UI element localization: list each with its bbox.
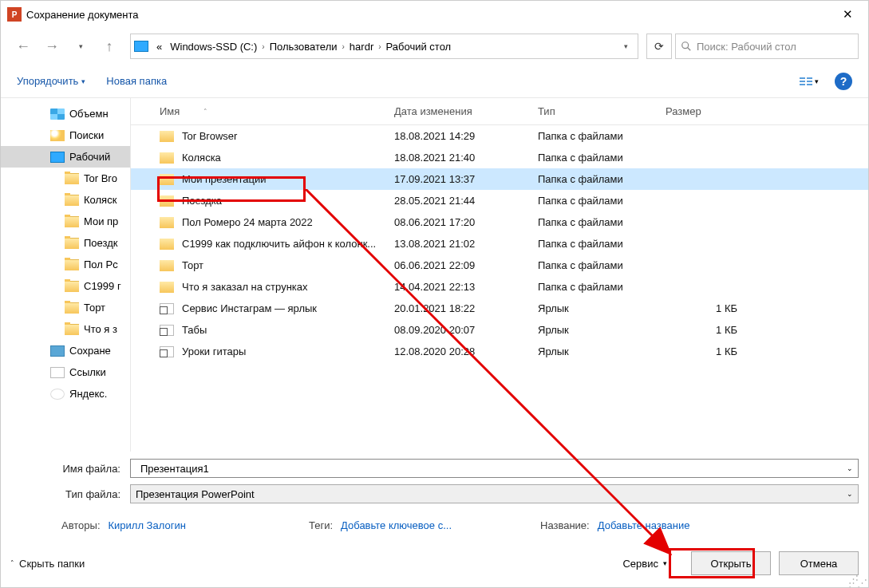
folder-icon	[65, 324, 79, 335]
authors-value[interactable]: Кирилл Залогин	[109, 519, 186, 531]
file-type: Папка с файлами	[538, 173, 666, 185]
tree-item-label: Торт	[84, 302, 105, 314]
file-row[interactable]: Торт06.06.2021 22:09Папка с файлами	[131, 255, 868, 276]
breadcrumb-seg[interactable]: hardr	[346, 41, 377, 53]
folder-icon	[65, 173, 79, 184]
file-name: Поездка	[182, 195, 222, 207]
tree-item[interactable]: С1999 г	[1, 275, 130, 297]
refresh-button[interactable]: ⟳	[646, 34, 672, 59]
back-button[interactable]: ←	[10, 34, 36, 59]
svg-line-1	[688, 48, 691, 51]
file-date: 08.06.2021 17:20	[394, 216, 538, 228]
file-name: Пол Ромеро 24 марта 2022	[182, 216, 313, 228]
file-date: 17.09.2021 13:37	[394, 173, 538, 185]
tree-item[interactable]: Объемн	[1, 103, 130, 124]
tree-item[interactable]: Ссылки	[1, 361, 130, 383]
tree-item-label: Яндекс.	[69, 388, 107, 400]
organize-menu[interactable]: Упорядочить ▾	[17, 75, 85, 87]
up-button[interactable]: ↑	[97, 34, 122, 59]
file-size: 1 КБ	[666, 324, 753, 336]
file-name: Торт	[182, 259, 203, 271]
header-type[interactable]: Тип	[538, 105, 666, 117]
file-row[interactable]: Что я заказал на струнках14.04.2021 22:1…	[131, 276, 868, 298]
search-icon	[50, 130, 65, 141]
breadcrumb-drive[interactable]: Windows-SSD (C:)	[167, 41, 260, 53]
tree-item-label: Поиски	[69, 129, 104, 141]
folder-icon	[65, 302, 79, 314]
tree-item[interactable]: Яндекс.	[1, 383, 130, 404]
header-date[interactable]: Дата изменения	[394, 105, 538, 117]
filetype-combo[interactable]: Презентация PowerPoint ⌄	[130, 484, 859, 503]
tree-item[interactable]: Сохране	[1, 340, 130, 361]
title-value[interactable]: Добавьте название	[598, 519, 690, 531]
yandex-icon	[50, 389, 65, 400]
tree-item[interactable]: Поиски	[1, 124, 130, 146]
hide-folders-button[interactable]: ˄ Скрыть папки	[10, 558, 85, 570]
filename-input[interactable]	[136, 460, 847, 476]
hide-folders-label: Скрыть папки	[19, 558, 85, 570]
filename-label: Имя файла:	[10, 463, 122, 475]
tree-item-label: Коляск	[84, 194, 117, 206]
tree-item[interactable]: Пол Рс	[1, 254, 130, 275]
breadcrumb-seg[interactable]: Пользователи	[267, 41, 341, 53]
folder-icon	[65, 281, 79, 292]
tree-item[interactable]: Коляск	[1, 189, 130, 211]
breadcrumb-seg[interactable]: Рабочий стол	[383, 41, 455, 53]
folder-tree: ОбъемнПоискиРабочийTor BroКоляскМои прПо…	[1, 98, 130, 452]
file-row[interactable]: Tor Browser18.08.2021 14:29Папка с файла…	[131, 125, 868, 147]
forward-button[interactable]: →	[39, 34, 65, 59]
open-button[interactable]: Открыть	[691, 551, 771, 575]
close-button[interactable]: ✕	[830, 2, 865, 27]
file-type: Папка с файлами	[538, 130, 666, 142]
tree-item[interactable]: Мои пр	[1, 211, 130, 232]
header-size[interactable]: Размер	[666, 105, 753, 117]
file-name: Tor Browser	[182, 130, 237, 142]
svg-point-0	[682, 42, 689, 49]
cancel-button[interactable]: Отмена	[779, 551, 859, 575]
file-type: Папка с файлами	[538, 281, 666, 293]
view-options-button[interactable]: ▾	[798, 76, 820, 87]
tree-item[interactable]: Что я з	[1, 318, 130, 340]
file-name: Сервис Инстаграм — ярлык	[182, 302, 317, 314]
drive-icon	[134, 41, 148, 52]
filename-dropdown[interactable]: ⌄	[847, 464, 853, 472]
tree-item[interactable]: Рабочий	[1, 146, 130, 168]
file-row[interactable]: Коляска18.08.2021 21:40Папка с файлами	[131, 147, 868, 168]
breadcrumb[interactable]: « Windows-SSD (C:) › Пользователи › hard…	[130, 34, 638, 59]
tree-item[interactable]: Tor Bro	[1, 168, 130, 189]
help-button[interactable]: ?	[835, 73, 852, 90]
file-row[interactable]: Поездка28.05.2021 21:44Папка с файлами	[131, 190, 868, 211]
header-name[interactable]: Имя ˄	[139, 105, 394, 117]
search-input[interactable]: Поиск: Рабочий стол	[675, 34, 859, 59]
file-name: Уроки гитары	[182, 345, 246, 357]
recent-dropdown[interactable]: ▾	[68, 34, 93, 59]
tree-item[interactable]: Поездк	[1, 232, 130, 254]
folder-icon	[160, 260, 174, 271]
file-row[interactable]: Уроки гитары12.08.2020 20:28Ярлык1 КБ	[131, 341, 868, 362]
tags-value[interactable]: Добавьте ключевое с...	[341, 519, 452, 531]
file-date: 18.08.2021 14:29	[394, 130, 538, 142]
file-name: Что я заказал на струнках	[182, 281, 308, 293]
file-row[interactable]: Сервис Инстаграм — ярлык20.01.2021 18:22…	[131, 298, 868, 319]
new-folder-button[interactable]: Новая папка	[106, 75, 167, 87]
authors-label: Авторы:	[61, 519, 101, 531]
file-list: Tor Browser18.08.2021 14:29Папка с файла…	[131, 125, 868, 362]
file-row[interactable]: Мои презентации17.09.2021 13:37Папка с ф…	[131, 168, 868, 190]
file-row[interactable]: Табы08.09.2020 20:07Ярлык1 КБ	[131, 319, 868, 341]
service-menu[interactable]: Сервис ▾	[622, 558, 667, 570]
file-date: 20.01.2021 18:22	[394, 302, 538, 314]
file-date: 18.08.2021 21:40	[394, 152, 538, 164]
resize-grip[interactable]: ⋰⋰⋰	[848, 577, 866, 585]
chevron-up-icon: ˄	[10, 559, 14, 567]
file-row[interactable]: Пол Ромеро 24 марта 202208.06.2021 17:20…	[131, 211, 868, 233]
tags-label: Теги:	[309, 519, 333, 531]
folder-icon	[160, 282, 174, 293]
folder-icon	[65, 259, 79, 270]
tree-item[interactable]: Торт	[1, 297, 130, 318]
disk-icon	[50, 109, 65, 120]
titlebar: P Сохранение документа ✕	[1, 1, 868, 28]
tree-item-label: Рабочий	[69, 151, 110, 163]
tree-item-label: Tor Bro	[84, 172, 117, 184]
breadcrumb-dropdown[interactable]: ▾	[617, 42, 634, 50]
file-row[interactable]: С1999 как подключить айфон к колонк...13…	[131, 233, 868, 255]
